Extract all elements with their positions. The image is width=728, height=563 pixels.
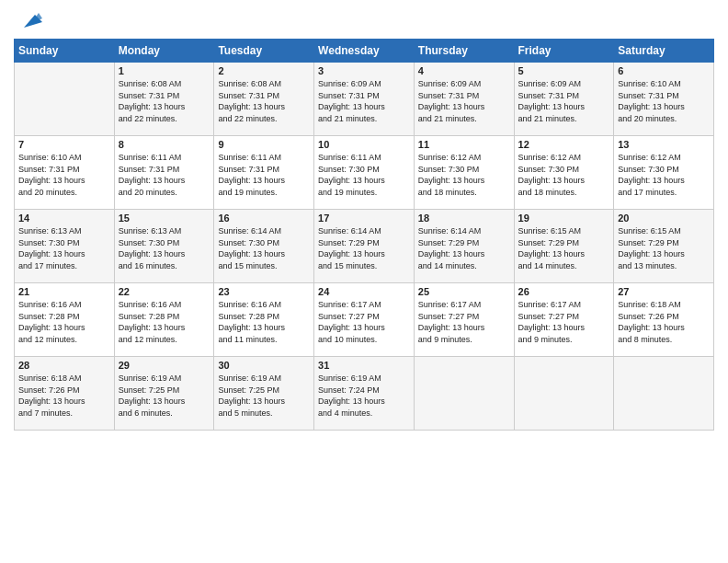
day-number: 8 [119, 139, 210, 150]
calendar-week-2: 7Sunrise: 6:10 AMSunset: 7:31 PMDaylight… [15, 136, 714, 210]
day-number: 9 [218, 139, 310, 150]
day-number: 22 [119, 286, 210, 297]
calendar-cell: 20Sunrise: 6:15 AMSunset: 7:29 PMDayligh… [614, 210, 714, 283]
calendar-cell [514, 357, 614, 431]
calendar-cell [15, 63, 115, 136]
logo [14, 9, 42, 31]
calendar-cell: 21Sunrise: 6:16 AMSunset: 7:28 PMDayligh… [15, 283, 115, 357]
calendar-cell: 30Sunrise: 6:19 AMSunset: 7:25 PMDayligh… [214, 357, 314, 431]
day-number: 18 [418, 213, 510, 224]
calendar-table: Sunday Monday Tuesday Wednesday Thursday… [14, 39, 714, 431]
day-number: 15 [119, 213, 210, 224]
calendar-cell: 4Sunrise: 6:09 AMSunset: 7:31 PMDaylight… [414, 63, 514, 136]
day-number: 3 [318, 65, 410, 76]
calendar-cell: 2Sunrise: 6:08 AMSunset: 7:31 PMDaylight… [214, 63, 314, 136]
col-sunday: Sunday [15, 40, 115, 63]
day-number: 31 [318, 360, 410, 371]
day-info: Sunrise: 6:17 AMSunset: 7:27 PMDaylight:… [418, 299, 510, 345]
day-number: 10 [318, 139, 410, 150]
day-number: 13 [618, 139, 710, 150]
day-info: Sunrise: 6:08 AMSunset: 7:31 PMDaylight:… [119, 78, 210, 124]
day-info: Sunrise: 6:17 AMSunset: 7:27 PMDaylight:… [318, 299, 410, 345]
day-info: Sunrise: 6:09 AMSunset: 7:31 PMDaylight:… [318, 78, 410, 124]
day-info: Sunrise: 6:10 AMSunset: 7:31 PMDaylight:… [618, 78, 710, 124]
day-number: 6 [618, 65, 710, 76]
day-number: 24 [318, 286, 410, 297]
day-number: 2 [218, 65, 310, 76]
header-row: Sunday Monday Tuesday Wednesday Thursday… [15, 40, 714, 63]
day-number: 16 [218, 213, 310, 224]
day-number: 20 [618, 213, 710, 224]
day-info: Sunrise: 6:12 AMSunset: 7:30 PMDaylight:… [518, 152, 610, 198]
calendar-cell: 18Sunrise: 6:14 AMSunset: 7:29 PMDayligh… [414, 210, 514, 283]
day-number: 29 [119, 360, 210, 371]
day-number: 4 [418, 65, 510, 76]
calendar-cell [614, 357, 714, 431]
calendar-cell: 14Sunrise: 6:13 AMSunset: 7:30 PMDayligh… [15, 210, 115, 283]
logo-icon [17, 6, 42, 31]
col-saturday: Saturday [614, 40, 714, 63]
day-number: 21 [18, 286, 110, 297]
day-info: Sunrise: 6:12 AMSunset: 7:30 PMDaylight:… [418, 152, 510, 198]
day-number: 1 [119, 65, 210, 76]
calendar-cell: 12Sunrise: 6:12 AMSunset: 7:30 PMDayligh… [514, 136, 614, 210]
calendar-cell: 5Sunrise: 6:09 AMSunset: 7:31 PMDaylight… [514, 63, 614, 136]
calendar-cell: 26Sunrise: 6:17 AMSunset: 7:27 PMDayligh… [514, 283, 614, 357]
calendar-cell: 29Sunrise: 6:19 AMSunset: 7:25 PMDayligh… [114, 357, 214, 431]
day-info: Sunrise: 6:17 AMSunset: 7:27 PMDaylight:… [518, 299, 610, 345]
col-monday: Monday [114, 40, 214, 63]
day-number: 12 [518, 139, 610, 150]
calendar-cell: 13Sunrise: 6:12 AMSunset: 7:30 PMDayligh… [614, 136, 714, 210]
day-info: Sunrise: 6:16 AMSunset: 7:28 PMDaylight:… [119, 299, 210, 345]
day-info: Sunrise: 6:13 AMSunset: 7:30 PMDaylight:… [18, 225, 110, 271]
day-info: Sunrise: 6:16 AMSunset: 7:28 PMDaylight:… [218, 299, 310, 345]
day-info: Sunrise: 6:09 AMSunset: 7:31 PMDaylight:… [418, 78, 510, 124]
calendar-cell: 24Sunrise: 6:17 AMSunset: 7:27 PMDayligh… [314, 283, 415, 357]
calendar-cell: 3Sunrise: 6:09 AMSunset: 7:31 PMDaylight… [314, 63, 415, 136]
day-info: Sunrise: 6:16 AMSunset: 7:28 PMDaylight:… [18, 299, 110, 345]
day-number: 17 [318, 213, 410, 224]
calendar-cell: 1Sunrise: 6:08 AMSunset: 7:31 PMDaylight… [114, 63, 214, 136]
col-friday: Friday [514, 40, 614, 63]
day-number: 26 [518, 286, 610, 297]
day-info: Sunrise: 6:11 AMSunset: 7:31 PMDaylight:… [218, 152, 310, 198]
calendar-cell: 31Sunrise: 6:19 AMSunset: 7:24 PMDayligh… [314, 357, 415, 431]
col-tuesday: Tuesday [214, 40, 314, 63]
calendar-cell: 19Sunrise: 6:15 AMSunset: 7:29 PMDayligh… [514, 210, 614, 283]
day-info: Sunrise: 6:10 AMSunset: 7:31 PMDaylight:… [18, 152, 110, 198]
day-number: 30 [218, 360, 310, 371]
day-number: 27 [618, 286, 710, 297]
calendar-week-4: 21Sunrise: 6:16 AMSunset: 7:28 PMDayligh… [15, 283, 714, 357]
day-info: Sunrise: 6:14 AMSunset: 7:30 PMDaylight:… [218, 225, 310, 271]
col-wednesday: Wednesday [314, 40, 415, 63]
day-number: 11 [418, 139, 510, 150]
header [14, 9, 714, 31]
day-info: Sunrise: 6:18 AMSunset: 7:26 PMDaylight:… [18, 373, 110, 419]
calendar-cell: 6Sunrise: 6:10 AMSunset: 7:31 PMDaylight… [614, 63, 714, 136]
calendar-cell: 8Sunrise: 6:11 AMSunset: 7:31 PMDaylight… [114, 136, 214, 210]
calendar-cell: 28Sunrise: 6:18 AMSunset: 7:26 PMDayligh… [15, 357, 115, 431]
day-info: Sunrise: 6:19 AMSunset: 7:25 PMDaylight:… [218, 373, 310, 419]
calendar-cell: 11Sunrise: 6:12 AMSunset: 7:30 PMDayligh… [414, 136, 514, 210]
calendar-cell: 15Sunrise: 6:13 AMSunset: 7:30 PMDayligh… [114, 210, 214, 283]
day-info: Sunrise: 6:19 AMSunset: 7:25 PMDaylight:… [119, 373, 210, 419]
day-info: Sunrise: 6:08 AMSunset: 7:31 PMDaylight:… [218, 78, 310, 124]
day-number: 25 [418, 286, 510, 297]
day-info: Sunrise: 6:14 AMSunset: 7:29 PMDaylight:… [418, 225, 510, 271]
calendar-cell: 23Sunrise: 6:16 AMSunset: 7:28 PMDayligh… [214, 283, 314, 357]
calendar-week-1: 1Sunrise: 6:08 AMSunset: 7:31 PMDaylight… [15, 63, 714, 136]
day-info: Sunrise: 6:15 AMSunset: 7:29 PMDaylight:… [618, 225, 710, 271]
day-number: 5 [518, 65, 610, 76]
calendar-cell: 27Sunrise: 6:18 AMSunset: 7:26 PMDayligh… [614, 283, 714, 357]
calendar-week-3: 14Sunrise: 6:13 AMSunset: 7:30 PMDayligh… [15, 210, 714, 283]
calendar-week-5: 28Sunrise: 6:18 AMSunset: 7:26 PMDayligh… [15, 357, 714, 431]
calendar-cell [414, 357, 514, 431]
day-info: Sunrise: 6:11 AMSunset: 7:30 PMDaylight:… [318, 152, 410, 198]
calendar-cell: 10Sunrise: 6:11 AMSunset: 7:30 PMDayligh… [314, 136, 415, 210]
day-info: Sunrise: 6:19 AMSunset: 7:24 PMDaylight:… [318, 373, 410, 419]
day-number: 7 [18, 139, 110, 150]
day-info: Sunrise: 6:11 AMSunset: 7:31 PMDaylight:… [119, 152, 210, 198]
calendar-cell: 7Sunrise: 6:10 AMSunset: 7:31 PMDaylight… [15, 136, 115, 210]
calendar-cell: 16Sunrise: 6:14 AMSunset: 7:30 PMDayligh… [214, 210, 314, 283]
calendar-cell: 9Sunrise: 6:11 AMSunset: 7:31 PMDaylight… [214, 136, 314, 210]
